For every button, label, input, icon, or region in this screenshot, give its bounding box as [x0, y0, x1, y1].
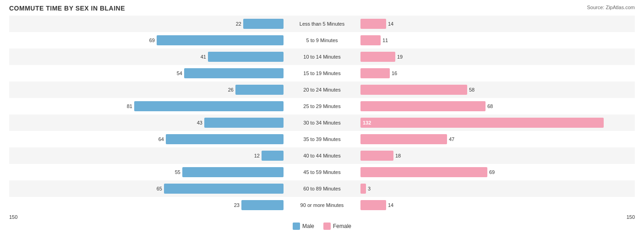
row-label: 10 to 14 Minutes [285, 54, 359, 60]
right-section: 16 [359, 65, 635, 81]
female-value: 47 [449, 136, 454, 142]
male-bar [134, 101, 284, 111]
axis-right: 150 [627, 214, 635, 220]
row-label: Less than 5 Minutes [285, 21, 359, 27]
male-value: 12 [254, 153, 260, 158]
left-section: 55 [9, 164, 285, 180]
female-value: 14 [388, 21, 393, 27]
row-label: 35 to 39 Minutes [285, 136, 359, 142]
legend-male: Male [293, 223, 314, 230]
bar-row: 43 30 to 34 Minutes 132 [9, 114, 635, 131]
female-value: 19 [397, 54, 403, 60]
bar-row: 65 60 to 89 Minutes 3 [9, 180, 635, 197]
chart-title: COMMUTE TIME BY SEX IN BLAINE [9, 5, 635, 12]
male-bar [235, 85, 284, 95]
male-value: 65 [157, 186, 162, 191]
row-label: 40 to 44 Minutes [285, 153, 359, 158]
female-bar [360, 134, 447, 144]
row-label: 25 to 29 Minutes [285, 103, 359, 109]
left-section: 64 [9, 131, 285, 147]
female-bar [360, 101, 486, 111]
female-value: 18 [395, 153, 401, 158]
left-section: 69 [9, 32, 285, 49]
bar-row: 69 5 to 9 Minutes 11 [9, 32, 635, 49]
right-section: 68 [359, 98, 635, 114]
male-bar [241, 200, 284, 210]
male-value: 23 [234, 202, 240, 208]
female-bar [360, 19, 386, 29]
left-section: 65 [9, 180, 285, 197]
row-label: 90 or more Minutes [285, 202, 359, 208]
left-section: 41 [9, 49, 285, 65]
right-section: 47 [359, 131, 635, 147]
male-bar [184, 68, 284, 78]
left-section: 23 [9, 197, 285, 213]
bar-row: 23 90 or more Minutes 14 [9, 197, 635, 213]
chart-container: COMMUTE TIME BY SEX IN BLAINE Source: Zi… [0, 0, 644, 239]
female-bar [360, 52, 395, 62]
right-section: 14 [359, 197, 635, 213]
female-bar [360, 184, 366, 194]
female-value: 69 [489, 169, 495, 175]
female-bar [360, 85, 467, 95]
right-section: 58 [359, 81, 635, 98]
row-label: 15 to 19 Minutes [285, 71, 359, 76]
right-section: 69 [359, 164, 635, 180]
male-bar [208, 52, 284, 62]
legend-female: Female [323, 223, 351, 230]
female-value: 14 [388, 202, 393, 208]
bar-row: 12 40 to 44 Minutes 18 [9, 147, 635, 164]
axis-left: 150 [9, 214, 17, 220]
bars-area: 22 Less than 5 Minutes 14 69 5 to 9 Minu… [9, 16, 635, 213]
male-bar [204, 118, 284, 128]
female-bar [360, 167, 487, 177]
right-section: 18 [359, 147, 635, 164]
male-value: 43 [197, 120, 202, 125]
left-section: 22 [9, 16, 285, 32]
left-section: 26 [9, 81, 285, 98]
male-value: 69 [149, 38, 155, 43]
right-section: 19 [359, 49, 635, 65]
female-bar [360, 200, 386, 210]
male-value: 41 [201, 54, 206, 60]
male-value: 26 [228, 87, 234, 92]
female-bar: 132 [360, 118, 604, 128]
female-value: 68 [487, 103, 493, 109]
left-section: 54 [9, 65, 285, 81]
right-section: 11 [359, 32, 635, 49]
legend-male-box [293, 223, 300, 230]
axis-labels: 150 150 [9, 214, 635, 220]
female-bar [360, 68, 390, 78]
bar-row: 54 15 to 19 Minutes 16 [9, 65, 635, 81]
female-bar [360, 35, 381, 45]
right-section: 132 [359, 114, 635, 131]
bar-row: 81 25 to 29 Minutes 68 [9, 98, 635, 114]
legend-female-box [323, 223, 331, 230]
male-value: 54 [177, 71, 182, 76]
female-value-inside: 132 [360, 120, 373, 125]
male-value: 22 [236, 21, 241, 27]
male-bar [157, 35, 284, 45]
bar-row: 41 10 to 14 Minutes 19 [9, 49, 635, 65]
bar-row: 55 45 to 59 Minutes 69 [9, 164, 635, 180]
bar-row: 22 Less than 5 Minutes 14 [9, 16, 635, 32]
female-value: 3 [368, 186, 371, 191]
right-section: 3 [359, 180, 635, 197]
row-label: 5 to 9 Minutes [285, 38, 359, 43]
female-bar [360, 151, 393, 161]
right-section: 14 [359, 16, 635, 32]
male-value: 64 [158, 136, 164, 142]
legend-male-label: Male [302, 223, 314, 229]
male-value: 55 [175, 169, 180, 175]
male-value: 81 [127, 103, 132, 109]
legend: Male Female [9, 223, 635, 230]
female-value: 58 [469, 87, 475, 92]
male-bar [243, 19, 284, 29]
male-bar [262, 151, 284, 161]
left-section: 12 [9, 147, 285, 164]
legend-female-label: Female [333, 223, 351, 229]
female-value: 11 [382, 38, 388, 43]
row-label: 45 to 59 Minutes [285, 169, 359, 175]
male-bar [182, 167, 284, 177]
male-bar [164, 184, 284, 194]
